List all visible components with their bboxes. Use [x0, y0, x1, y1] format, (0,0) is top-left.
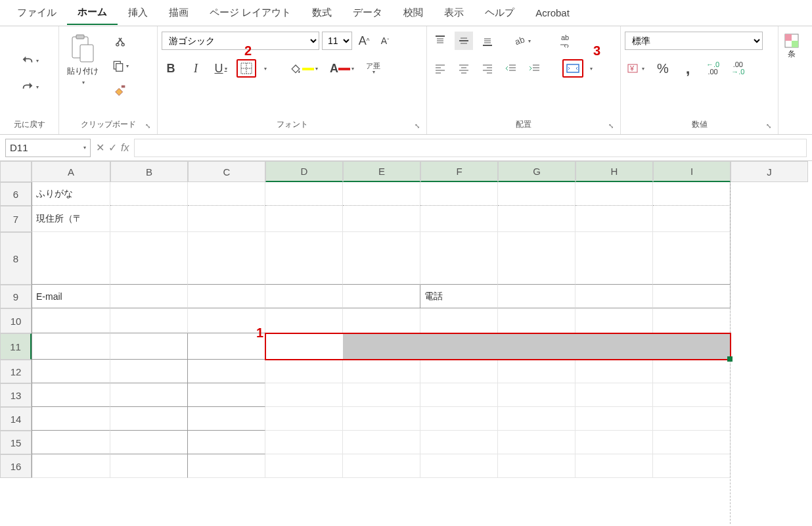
cell-C11[interactable]	[188, 333, 265, 360]
col-header-J[interactable]: J	[731, 161, 808, 182]
number-format-select[interactable]: 標準	[625, 32, 763, 50]
align-bottom-button[interactable]	[478, 32, 497, 50]
col-header-F[interactable]: F	[420, 161, 498, 182]
cell-J6[interactable]	[731, 182, 808, 206]
menu-acrobat[interactable]: Acrobat	[525, 2, 580, 24]
cell-A12[interactable]	[32, 360, 110, 383]
cell-F11[interactable]	[420, 333, 498, 360]
col-header-H[interactable]: H	[575, 161, 653, 182]
cell-D16[interactable]	[265, 454, 343, 478]
font-launcher-icon[interactable]: ⤡	[415, 122, 424, 132]
font-color-button[interactable]: A ▾	[327, 59, 357, 78]
cell-B13[interactable]	[110, 383, 188, 407]
enter-formula-icon[interactable]: ✓	[108, 141, 117, 154]
orientation-button[interactable]: ab▾	[511, 32, 533, 50]
cell-G11[interactable]	[498, 333, 575, 360]
menu-data[interactable]: データ	[342, 1, 393, 24]
cell-F10[interactable]	[420, 308, 498, 333]
cell-G8[interactable]	[498, 232, 575, 285]
redo-button[interactable]: ▾	[18, 78, 41, 97]
cell-B7[interactable]	[110, 206, 188, 232]
cell-C8[interactable]	[188, 232, 265, 285]
cell-I9[interactable]	[653, 285, 731, 308]
row-header-6[interactable]: 6	[0, 182, 32, 206]
cell-I13[interactable]	[653, 383, 731, 407]
cell-I12[interactable]	[653, 360, 731, 383]
cell-F7[interactable]	[420, 206, 498, 232]
cell-G10[interactable]	[498, 308, 575, 333]
cell-H12[interactable]	[575, 360, 653, 383]
clipboard-launcher-icon[interactable]: ⤡	[145, 122, 154, 132]
menu-insert[interactable]: 挿入	[118, 1, 158, 24]
cell-D8[interactable]	[265, 232, 343, 285]
cell-F13[interactable]	[420, 383, 498, 407]
cell-D7[interactable]	[265, 206, 343, 232]
row-header-15[interactable]: 15	[0, 431, 32, 454]
row-header-9[interactable]: 9	[0, 285, 32, 308]
fill-color-button[interactable]: ▾	[286, 59, 321, 78]
cell-B11[interactable]	[110, 333, 188, 360]
col-header-E[interactable]: E	[343, 161, 420, 182]
cell-F12[interactable]	[420, 360, 498, 383]
cell-B12[interactable]	[110, 360, 188, 383]
cell-B8[interactable]	[110, 232, 188, 285]
row-header-11[interactable]: 11	[0, 333, 32, 360]
spreadsheet-grid[interactable]: A B C D E F G H I J 6 ふりがな 7 現住所（〒 - ） 8…	[0, 161, 812, 478]
cancel-formula-icon[interactable]: ✕	[96, 141, 104, 154]
increase-indent-button[interactable]	[526, 59, 544, 78]
cell-E11[interactable]	[343, 333, 420, 360]
cut-button[interactable]	[111, 32, 129, 50]
cell-D14[interactable]	[265, 407, 343, 431]
cell-B15[interactable]	[110, 431, 188, 454]
cell-A11[interactable]	[32, 333, 110, 360]
comma-button[interactable]: ,	[679, 59, 697, 78]
align-top-button[interactable]	[431, 32, 449, 50]
cell-G16[interactable]	[498, 454, 575, 478]
cell-A14[interactable]	[32, 407, 110, 431]
menu-review[interactable]: 校閲	[393, 1, 434, 24]
number-launcher-icon[interactable]: ⤡	[766, 122, 775, 132]
formula-input[interactable]	[134, 139, 807, 157]
paste-button[interactable]: 貼り付け ▾	[63, 32, 102, 97]
cell-J13[interactable]	[731, 383, 808, 407]
percent-button[interactable]: %	[654, 59, 672, 78]
cell-I15[interactable]	[653, 431, 731, 454]
cell-H6[interactable]	[575, 182, 653, 206]
borders-button[interactable]	[237, 59, 256, 78]
menu-formulas[interactable]: 数式	[302, 1, 342, 24]
italic-button[interactable]: I	[187, 59, 205, 78]
select-all-corner[interactable]	[0, 161, 32, 182]
cell-H10[interactable]	[575, 308, 653, 333]
align-middle-button[interactable]	[455, 32, 473, 50]
cell-A8[interactable]	[32, 232, 110, 285]
undo-button[interactable]: ▾	[18, 52, 41, 70]
cell-D15[interactable]	[265, 431, 343, 454]
cell-B9[interactable]	[110, 285, 188, 308]
row-header-10[interactable]: 10	[0, 308, 32, 333]
menu-file[interactable]: ファイル	[7, 1, 67, 24]
cell-C10[interactable]	[188, 308, 265, 333]
row-header-14[interactable]: 14	[0, 407, 32, 431]
decrease-indent-button[interactable]	[502, 59, 520, 78]
merge-center-button[interactable]	[562, 59, 583, 78]
cell-I8[interactable]	[653, 232, 731, 285]
cell-G6[interactable]	[498, 182, 575, 206]
alignment-launcher-icon[interactable]: ⤡	[608, 122, 618, 132]
cell-I11[interactable]	[653, 333, 731, 360]
cell-F15[interactable]	[420, 431, 498, 454]
cell-A16[interactable]	[32, 454, 110, 478]
cell-F16[interactable]	[420, 454, 498, 478]
wrap-text-button[interactable]: ab	[556, 32, 574, 50]
cell-I10[interactable]	[653, 308, 731, 333]
cell-H16[interactable]	[575, 454, 653, 478]
cell-G15[interactable]	[498, 431, 575, 454]
col-header-A[interactable]: A	[32, 161, 110, 182]
cell-D11[interactable]	[265, 333, 343, 360]
cell-F14[interactable]	[420, 407, 498, 431]
cell-J11[interactable]	[731, 333, 808, 360]
cell-D10[interactable]	[265, 308, 343, 333]
cell-C7[interactable]	[188, 206, 265, 232]
align-center-button[interactable]	[455, 59, 473, 78]
cell-H13[interactable]	[575, 383, 653, 407]
font-size-select[interactable]: 11	[322, 32, 352, 50]
